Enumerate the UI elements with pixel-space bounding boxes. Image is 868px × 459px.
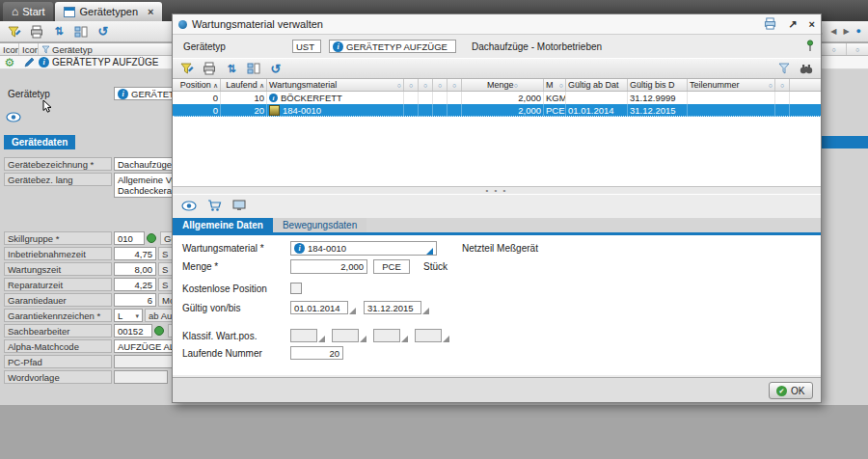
matchcode-triangle-icon[interactable] [318,336,325,342]
dialog-print-icon[interactable] [764,17,776,32]
print-icon[interactable] [29,24,44,40]
reparaturzeit-field[interactable]: 4,25 [114,278,156,291]
refresh-icon[interactable]: ↺ [268,61,284,76]
print-icon[interactable] [202,61,217,76]
klassif-field-4[interactable] [415,329,442,342]
column-header-menge[interactable]: ○Menge [462,79,544,91]
edit-pencil-icon[interactable] [19,57,39,68]
column-header-extra[interactable]: ○ [775,79,790,91]
matchcode-button[interactable] [426,248,433,255]
matchcode-triangle-icon[interactable] [443,336,449,342]
menge-unit-field[interactable]: PCE [373,259,410,274]
column-header-icon2[interactable]: Icon [19,43,39,55]
app-window: ⌂ Start Gerätetypen × ⇅ ↺ ◀ ▶ ● Icon Ic [0,0,868,459]
column-header-laufend[interactable]: Laufend∧ [221,79,267,91]
material-row-selected[interactable]: 0 20 184-0010 2,000 PCE 01.01.2014 31.12… [173,104,821,117]
matchcode-triangle-icon[interactable] [360,336,366,342]
kostenlose-position-checkbox[interactable] [290,283,302,294]
filter-circle-icon: ○ [559,82,563,89]
grid-empty-area[interactable] [173,117,821,187]
filter-edit-icon[interactable] [179,61,195,76]
dialog-title: Wartungsmaterial verwalten [192,18,323,30]
group-layout-icon[interactable] [73,24,89,40]
wartungszeit-field[interactable]: 8,00 [114,262,156,276]
skillgruppe-field[interactable]: 010 [114,231,145,245]
cart-icon[interactable] [207,200,222,214]
column-header-extra1[interactable]: ○ [822,43,847,55]
group-layout-icon[interactable] [246,61,261,76]
sort-icon[interactable]: ⇅ [51,24,67,40]
pin-icon[interactable] [805,40,815,54]
param-code-field[interactable]: UST [292,40,321,53]
cell-teilenummer [688,104,775,116]
monitor-icon[interactable] [232,200,246,213]
material-icon [269,105,280,116]
view-eye-icon[interactable] [181,201,197,213]
column-header-valid-to[interactable]: Gültig bis D [628,79,688,91]
column-header-extra[interactable]: ○ [448,79,462,91]
column-header-extra2[interactable]: ○ [847,43,868,55]
date-picker-triangle-icon[interactable] [422,308,429,314]
ok-button[interactable]: ✔ OK [769,382,813,399]
menge-field[interactable]: 2,000 [290,259,367,274]
column-header-extra[interactable]: ○ [419,79,433,91]
tab-start-label: Start [22,6,44,17]
dropdown-caret-icon[interactable]: ▾ [135,312,139,319]
column-header-extra[interactable]: ○ [433,79,448,91]
nav-prev-icon[interactable]: ◀ [830,28,836,36]
ok-check-icon: ✔ [776,386,787,396]
material-row[interactable]: 0 10 iBÖCKERFETT 2,000 KGM 31.12.9999 [173,92,821,104]
field-label: Garantiedauer [4,293,112,307]
search-binoculars-icon[interactable] [799,61,814,76]
klassif-field-1[interactable] [290,329,317,342]
field-label: Skillgruppe * [4,231,112,245]
column-header-unit[interactable]: M○ [544,79,566,91]
tab-geraetedaten[interactable]: Gerätedaten [4,135,75,149]
splitter-handle[interactable]: • • • [173,187,821,194]
wartungsmaterial-field[interactable]: i 184-0010 [290,241,437,256]
wordvorlage-field[interactable] [114,370,168,384]
column-header-teilenummer[interactable]: Teilenummer○ [688,79,775,91]
home-icon: ⌂ [12,6,18,17]
klassif-field-3[interactable] [373,329,400,342]
column-header-material[interactable]: Wartungsmaterial○ [267,79,404,91]
tab-geraetetypen[interactable]: Gerätetypen × [55,2,162,21]
date-picker-triangle-icon[interactable] [349,308,356,314]
param-name-field[interactable]: i GERÄTETYP AUFZÜGE [329,40,456,53]
column-header-valid-from[interactable]: Gültig ab Dat [566,79,628,91]
cell-unit: KGM [544,92,566,104]
refresh-icon[interactable]: ↺ [95,24,111,40]
view-eye-icon[interactable] [6,112,21,124]
column-header-position[interactable]: Position∧ [173,79,221,91]
close-tab-icon[interactable]: × [148,6,153,17]
dialog-close-icon[interactable]: × [809,19,815,30]
mouse-cursor [42,99,53,116]
filter-edit-icon[interactable] [7,24,22,40]
field-label: Wartungszeit [4,262,112,276]
sachbearbeiter-field[interactable]: 00152 [114,324,152,338]
gueltig-bis-field[interactable]: 31.12.2015 [364,301,421,314]
dialog-titlebar[interactable]: Wartungsmaterial verwalten ↗ × [173,14,821,35]
laufende-nummer-field[interactable]: 20 [290,346,343,360]
matchcode-triangle-icon[interactable] [401,336,408,342]
dialog-param-row: Gerätetyp UST i GERÄTETYP AUFZÜGE Dachau… [173,35,821,58]
column-header-icon1[interactable]: Icon [0,43,19,55]
dialog-maximize-icon[interactable]: ↗ [788,19,797,30]
gear-icon[interactable]: ⚙ [0,57,19,68]
inbetriebnahmezeit-field[interactable]: 4,75 [114,247,156,260]
column-header-extra[interactable]: ○ [404,79,419,91]
tab-allgemeine-daten[interactable]: Allgemeine Daten [173,218,273,232]
garantiekennzeichen-field[interactable]: L ▾ [114,309,143,322]
nav-next-icon[interactable]: ▶ [843,28,849,36]
filter-circle-icon: ○ [769,82,773,89]
klassif-field-2[interactable] [332,329,359,342]
tab-start[interactable]: ⌂ Start [3,2,53,21]
info-icon: i [269,94,278,102]
gueltig-von-field[interactable]: 01.01.2014 [290,301,348,314]
cell-extra [404,92,419,104]
tab-bewegungsdaten[interactable]: Bewegungsdaten [273,218,366,232]
field-label: Gerätebez. lang [4,173,112,186]
sort-icon[interactable]: ⇅ [224,61,239,76]
filter-funnel-icon[interactable] [776,61,792,76]
garantiedauer-field[interactable]: 6 [114,293,156,307]
